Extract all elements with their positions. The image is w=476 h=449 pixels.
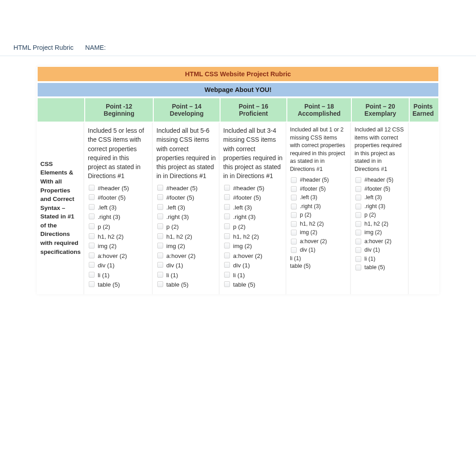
checklist-item: li (1)	[233, 270, 283, 280]
header-beginning: Point -12 Beginning	[84, 98, 153, 122]
checklist-item: img (2)	[364, 228, 405, 237]
checklist-item: a:hover (2)	[364, 237, 405, 246]
checklist-item: .right (3)	[364, 202, 405, 211]
checklist-item: h1, h2 (2)	[364, 220, 405, 229]
document-title: HTML Project Rubric	[13, 44, 74, 51]
cell-points-earned	[408, 122, 436, 294]
checklist-item: #footer (5)	[98, 193, 149, 203]
header-proficient: Point – 16 Proficient	[220, 98, 286, 122]
checklist-item: div (1)	[300, 246, 347, 255]
checklist-item: h1, h2 (2)	[300, 220, 347, 229]
checklist-item: #header (5)	[233, 183, 283, 193]
checklist-item: h1, h2 (2)	[98, 232, 149, 242]
checklist-item: p (2)	[166, 222, 216, 232]
page-header: HTML Project Rubric NAME:	[0, 0, 476, 56]
cell-developing: Included all but 5-6 missing CSS items w…	[152, 122, 219, 294]
checklist-item: table (5)	[98, 280, 149, 290]
checklist-item: p (2)	[364, 211, 405, 220]
cell-beginning: Included 5 or less of the CSS items with…	[83, 122, 152, 294]
checklist-item: .left (3)	[233, 203, 283, 213]
header-label: Accomplished	[290, 110, 348, 117]
checklist-item: #footer (5)	[364, 185, 405, 194]
header-accomplished: Point – 18 Accomplished	[286, 98, 351, 122]
name-label: NAME:	[85, 44, 106, 51]
checklist-item: .left (3)	[166, 203, 216, 213]
checklist-item: .right (3)	[166, 212, 216, 222]
checklist-item: div (1)	[166, 261, 216, 270]
cell-exemplary: Included all 12 CSS items with correct p…	[350, 122, 408, 294]
header-points: Point – 14	[156, 103, 217, 110]
header-label: Proficient	[223, 110, 284, 117]
line-item: table (5)	[290, 262, 347, 270]
checklist-item: h1, h2 (2)	[166, 232, 216, 242]
checklist-item: div (1)	[233, 261, 283, 270]
checklist: #header (5)#footer (5).left (3).right (3…	[223, 183, 283, 290]
checklist-item: .right (3)	[98, 212, 149, 222]
header-developing: Point – 14 Developing	[153, 98, 220, 122]
checklist-item: .left (3)	[98, 203, 149, 213]
cell-desc: Included 5 or less of the CSS items with…	[88, 126, 149, 181]
header-points: Point – 16	[223, 103, 284, 110]
checklist-item: #footer (5)	[300, 185, 347, 194]
checklist-item: #header (5)	[98, 183, 149, 193]
checklist-item: h1, h2 (2)	[233, 232, 283, 242]
checklist-item: div (1)	[364, 246, 405, 255]
header-label: Developing	[156, 110, 217, 117]
header-exemplary: Point – 20 Exemplary	[351, 98, 409, 122]
checklist-item: p (2)	[233, 222, 283, 232]
checklist-item: img (2)	[233, 241, 283, 251]
checklist: #header (5)#footer (5).left (3).right (3…	[355, 176, 405, 272]
checklist-item: img (2)	[300, 228, 347, 237]
checklist-item: .right (3)	[300, 202, 347, 211]
rubric-subtitle: Webpage About YOU!	[37, 82, 439, 97]
checklist-item: a:hover (2)	[233, 251, 283, 261]
checklist-item: a:hover (2)	[98, 251, 149, 261]
extra-items: li (1)table (5)	[290, 255, 347, 270]
checklist: #header (5)#footer (5).left (3).right (3…	[290, 176, 347, 255]
checklist-item: img (2)	[98, 241, 149, 251]
checklist-item: p (2)	[98, 222, 149, 232]
rubric-header-row: Point -12 Beginning Point – 14 Developin…	[37, 97, 439, 122]
checklist-item: a:hover (2)	[166, 251, 216, 261]
checklist-item: #header (5)	[300, 176, 347, 185]
checklist-item: li (1)	[364, 255, 405, 264]
checklist-item: #header (5)	[364, 176, 405, 185]
checklist-item: a:hover (2)	[300, 237, 347, 246]
checklist: #header (5)#footer (5).left (3).right (3…	[88, 183, 149, 290]
line-item: li (1)	[290, 255, 347, 263]
checklist-item: table (5)	[233, 280, 283, 290]
rubric-data-row: CSS Elements & With all Properties and C…	[37, 122, 439, 294]
rubric-title: HTML CSS Website Project Rubric	[37, 66, 439, 82]
rubric-table: HTML CSS Website Project Rubric Webpage …	[37, 66, 439, 294]
criterion-label: CSS Elements & With all Properties and C…	[37, 122, 83, 294]
checklist-item: li (1)	[98, 270, 149, 280]
checklist-item: p (2)	[300, 211, 347, 220]
checklist-item: #header (5)	[166, 183, 216, 193]
cell-accomplished: Included all but 1 or 2 missing CSS item…	[286, 122, 350, 294]
checklist-item: #footer (5)	[166, 193, 216, 203]
checklist-item: .left (3)	[300, 193, 347, 202]
checklist-item: #footer (5)	[233, 193, 283, 203]
header-label: Exemplary	[355, 110, 406, 117]
cell-proficient: Included all but 3-4 missing CSS items w…	[219, 122, 286, 294]
checklist-item: img (2)	[166, 241, 216, 251]
checklist: #header (5)#footer (5).left (3).right (3…	[156, 183, 216, 290]
header-criterion	[38, 98, 84, 122]
cell-desc: Included all but 3-4 missing CSS items w…	[223, 126, 283, 181]
header-points-earned: Points Earned	[409, 98, 437, 122]
cell-desc: Included all but 5-6 missing CSS items w…	[156, 126, 216, 181]
checklist-item: table (5)	[166, 280, 216, 290]
checklist-item: .left (3)	[364, 193, 405, 202]
header-label: Beginning	[88, 110, 150, 117]
cell-desc: Included all 12 CSS items with correct p…	[355, 126, 405, 173]
header-points: Point -12	[88, 103, 150, 110]
checklist-item: .right (3)	[233, 212, 283, 222]
header-points: Point – 20	[355, 103, 406, 110]
checklist-item: table (5)	[364, 263, 405, 272]
header-points: Point – 18	[290, 103, 348, 110]
checklist-item: div (1)	[98, 261, 149, 270]
cell-desc: Included all but 1 or 2 missing CSS item…	[290, 126, 347, 173]
checklist-item: li (1)	[166, 270, 216, 280]
